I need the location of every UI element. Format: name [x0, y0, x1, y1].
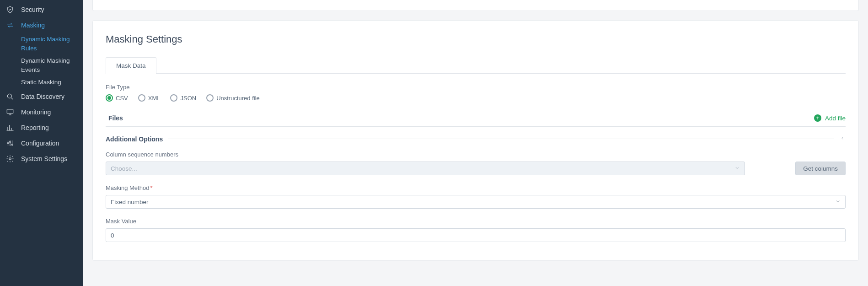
masking-settings-card: Masking Settings Mask Data File Type CSV… [92, 20, 859, 261]
radio-icon [206, 94, 214, 102]
plus-circle-icon: + [814, 114, 821, 122]
mask-value-input[interactable] [106, 228, 846, 242]
sidebar-sub-static-masking[interactable]: Static Masking [0, 76, 83, 89]
sidebar-item-configuration[interactable]: Configuration [0, 135, 83, 151]
search-icon [5, 92, 15, 101]
sidebar-item-label: Security [21, 6, 44, 13]
radio-label: Unstructured file [216, 95, 260, 102]
gear-icon [5, 154, 15, 163]
column-sequence-placeholder: Choose... [111, 165, 137, 172]
file-type-radio-row: CSV XML JSON Unstructured file [106, 94, 846, 102]
sidebar-sub-dynamic-masking-events[interactable]: Dynamic Masking Events [0, 54, 83, 76]
additional-options-title: Additional Options [106, 135, 163, 143]
sidebar-item-label: Configuration [21, 140, 59, 147]
file-type-label: File Type [106, 84, 846, 91]
sidebar-item-label: Masking [21, 22, 45, 29]
sidebar-sub-masking: Dynamic Masking Rules Dynamic Masking Ev… [0, 33, 83, 89]
sidebar-item-label: Reporting [21, 124, 49, 131]
radio-xml[interactable]: XML [138, 94, 161, 102]
svg-point-4 [11, 144, 13, 145]
svg-rect-1 [7, 109, 13, 113]
sidebar-item-monitoring[interactable]: Monitoring [0, 104, 83, 120]
get-columns-button[interactable]: Get columns [795, 162, 846, 175]
masking-method-select[interactable]: Fixed number [106, 195, 846, 209]
column-sequence-label: Column sequence numbers [106, 151, 745, 158]
radio-csv[interactable]: CSV [106, 94, 128, 102]
radio-json[interactable]: JSON [170, 94, 196, 102]
column-sequence-select[interactable]: Choose... [106, 162, 745, 175]
tabs: Mask Data [106, 57, 846, 74]
sidebar-item-security[interactable]: Security [0, 2, 83, 17]
page-title: Masking Settings [106, 33, 846, 45]
barchart-icon [5, 123, 15, 132]
sidebar-item-system-settings[interactable]: System Settings [0, 151, 83, 167]
radio-icon [138, 94, 145, 102]
divider [168, 139, 834, 139]
add-file-label: Add file [825, 115, 846, 122]
svg-point-3 [10, 141, 11, 142]
sidebar-item-label: System Settings [21, 155, 67, 162]
swap-icon [5, 21, 15, 30]
monitor-icon [5, 108, 15, 117]
files-section-header: Files + Add file [106, 112, 846, 127]
masking-method-label: Masking Method* [106, 184, 846, 191]
radio-label: XML [148, 95, 161, 102]
tab-mask-data[interactable]: Mask Data [106, 57, 156, 74]
collapse-toggle[interactable] [839, 135, 846, 143]
add-file-button[interactable]: + Add file [814, 114, 846, 122]
main-content: Masking Settings Mask Data File Type CSV… [83, 0, 868, 286]
radio-label: JSON [180, 95, 196, 102]
top-card-remnant [92, 0, 859, 11]
sidebar-item-data-discovery[interactable]: Data Discovery [0, 89, 83, 104]
required-indicator: * [150, 184, 152, 191]
get-columns-wrap: Get columns [795, 162, 846, 175]
column-sequence-row: Column sequence numbers Choose... Get co… [106, 151, 846, 175]
svg-point-2 [7, 142, 9, 144]
sidebar-item-label: Monitoring [21, 108, 51, 116]
svg-point-5 [9, 158, 11, 160]
sidebar-item-masking[interactable]: Masking [0, 17, 83, 33]
sidebar-sub-dynamic-masking-rules[interactable]: Dynamic Masking Rules [0, 33, 83, 54]
chevron-down-icon [835, 199, 841, 205]
radio-unstructured[interactable]: Unstructured file [206, 94, 260, 102]
file-type-group: File Type CSV XML JSON Unstructured file [106, 84, 846, 102]
masking-method-value: Fixed number [111, 199, 149, 205]
radio-label: CSV [116, 95, 128, 102]
sidebar: Security Masking Dynamic Masking Rules D… [0, 0, 83, 286]
masking-method-row: Masking Method* Fixed number [106, 184, 846, 209]
mask-value-row: Mask Value [106, 218, 846, 242]
sidebar-item-label: Data Discovery [21, 93, 64, 100]
files-title: Files [106, 114, 123, 122]
svg-point-0 [7, 94, 11, 98]
sidebar-item-reporting[interactable]: Reporting [0, 120, 83, 135]
mask-value-label: Mask Value [106, 218, 846, 225]
masking-method-label-text: Masking Method [106, 184, 149, 191]
radio-icon [170, 94, 177, 102]
sliders-icon [5, 139, 15, 148]
radio-icon [106, 94, 113, 102]
column-sequence-field: Column sequence numbers Choose... [106, 151, 745, 175]
shield-icon [5, 5, 15, 14]
chevron-down-icon [734, 165, 740, 172]
additional-options-header: Additional Options [106, 135, 846, 143]
